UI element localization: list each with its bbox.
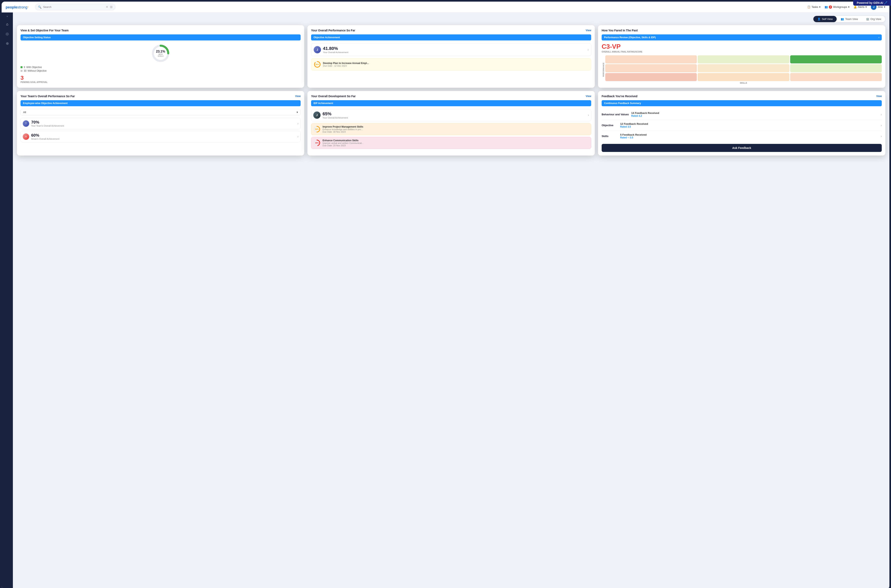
self-view-label: Self View bbox=[822, 18, 832, 21]
matrix-cell-8 bbox=[698, 73, 789, 81]
card5-avatar-inner: J bbox=[313, 111, 321, 119]
card6-row2-category: Objective bbox=[602, 124, 618, 127]
card3-matrix-cells bbox=[605, 56, 882, 81]
org-view-btn[interactable]: 🏢 Org View bbox=[862, 16, 885, 22]
matrix-cell-4 bbox=[605, 64, 697, 72]
card5-skill1-info: Improve Project Management Skills Enhanc… bbox=[322, 125, 363, 133]
card5-skill1-row: 50% Improve Project Management Skills En… bbox=[311, 123, 591, 135]
bell-icon: 🔔 bbox=[854, 5, 857, 9]
sidebar-item-objectives[interactable]: ◎ bbox=[3, 30, 11, 38]
team-view-icon: 👥 bbox=[841, 18, 844, 21]
card4-section-label: Employee-wise Objective Achievement bbox=[23, 102, 68, 105]
team-view-btn[interactable]: 👥 Team View bbox=[837, 16, 862, 22]
card6-row1-detail: 14 Feedback Received Rated 4.2 bbox=[631, 111, 881, 117]
workgroups-badge: 2 bbox=[829, 5, 832, 9]
workgroups-chevron: ▾ bbox=[848, 5, 849, 9]
card6-row2-count: 12 Feedback Received bbox=[620, 122, 881, 125]
sidebar-item-team[interactable]: ⊕ bbox=[3, 39, 11, 48]
card5-percent: 65% bbox=[322, 111, 348, 117]
card6-feedback-row3[interactable]: Skills 5 Feedback Received Rated -- 3.5 … bbox=[602, 131, 882, 141]
card5-title: Your Overall Development So Far View bbox=[311, 94, 591, 98]
card2-avatar-inner: J bbox=[314, 46, 321, 53]
card4-member1-chevron: › bbox=[297, 122, 298, 125]
nav-alerts[interactable]: 🔔 Alerts ▾ bbox=[854, 5, 867, 9]
search-bar[interactable]: 🔍 ✕ ⊞ bbox=[35, 4, 116, 10]
card4-member2-row[interactable]: A 60% Aman's Overall Achievement › bbox=[21, 131, 301, 142]
matrix-cell-6 bbox=[790, 64, 882, 72]
legend-without-count: 30 bbox=[24, 69, 26, 72]
donut-container: 23.1% WITH GOALS bbox=[21, 43, 301, 63]
card5-section-bar: IDP Achievement bbox=[311, 100, 591, 106]
card4-filter[interactable]: All ▾ bbox=[21, 109, 301, 115]
logo-text-regular: people bbox=[6, 5, 17, 9]
nav-workgroups[interactable]: 👥 2 Workgroups ▾ bbox=[825, 5, 849, 9]
card3-review-bar[interactable]: Performance Review (Objective, Skills & … bbox=[602, 34, 882, 40]
card-objectives-set: View & Set Objective For Your Team Objec… bbox=[17, 25, 304, 88]
card2-view-link[interactable]: View bbox=[586, 29, 591, 32]
legend-dot-without bbox=[21, 70, 22, 72]
donut-chart: 23.1% WITH GOALS bbox=[150, 43, 171, 63]
card6-row3-chevron: › bbox=[881, 134, 882, 138]
card4-title-text: Your Team's Overall Performance So Far bbox=[21, 94, 75, 98]
card5-skill1-desc: Enhance knowledge and abilities in pro..… bbox=[322, 128, 363, 130]
legend-without-label: Without Objective bbox=[28, 69, 46, 72]
card3-review-label: Performance Review (Objective, Skills & … bbox=[604, 36, 656, 39]
card4-view-link[interactable]: View bbox=[295, 95, 301, 98]
card1-title-text: View & Set Objective For Your Team bbox=[21, 29, 69, 32]
self-view-btn[interactable]: 👤 Self View bbox=[813, 16, 837, 22]
card6-feedback-row2[interactable]: Objective 12 Feedback Received Rated 3.5… bbox=[602, 120, 882, 131]
card4-member2-info: 60% Aman's Overall Achievement bbox=[31, 133, 59, 140]
card2-user-avatar: J bbox=[314, 46, 321, 53]
card6-title-text: Feedback You've Received bbox=[602, 94, 638, 98]
card1-section-bar: Objective Setting Status bbox=[21, 34, 301, 40]
tasks-chevron: ▾ bbox=[819, 5, 820, 9]
card5-achievement-row[interactable]: J 65% Your Overall Achievement › bbox=[311, 109, 591, 121]
card5-achievement-left: J 65% Your Overall Achievement bbox=[313, 111, 348, 119]
filter-icon[interactable]: ⊞ bbox=[110, 5, 112, 9]
card5-skill1-title: Improve Project Management Skills bbox=[322, 125, 363, 128]
card5-view-link[interactable]: View bbox=[586, 95, 591, 98]
logo-text-bold: strong bbox=[17, 5, 27, 9]
sidebar-expand-btn[interactable]: » bbox=[7, 15, 8, 18]
card6-row2-detail: 12 Feedback Received Rated 3.5 bbox=[620, 122, 881, 128]
card6-feedback-row1[interactable]: Behaviour and Values 14 Feedback Receive… bbox=[602, 109, 882, 120]
ask-feedback-button[interactable]: Ask Feedback bbox=[602, 144, 882, 152]
logo-dot: · bbox=[27, 4, 28, 9]
genai-banner: Powered by GEN-AI 🖊️ bbox=[853, 0, 891, 6]
card5-sub: Your Overall Achievement bbox=[322, 117, 348, 119]
view-toggle-group: 👤 Self View 👥 Team View 🏢 Org View bbox=[813, 16, 885, 22]
alerts-label: Alerts bbox=[858, 5, 864, 9]
tasks-icon: 📋 bbox=[807, 5, 810, 9]
card2-section-label: Objective Achievement bbox=[314, 36, 340, 39]
sidebar-item-home[interactable]: ⌂ bbox=[3, 20, 11, 28]
tasks-label: Tasks bbox=[812, 5, 818, 9]
user-chevron: ▾ bbox=[884, 5, 885, 9]
card5-skill1-date: Due Date: 30 Nov 2023 bbox=[322, 130, 363, 133]
card4-section-bar: Employee-wise Objective Achievement bbox=[21, 100, 301, 106]
card2-title-text: Your Overall Performance So Far bbox=[311, 29, 355, 32]
self-view-icon: 👤 bbox=[818, 18, 820, 21]
card2-goal-title: Develop Plan to Increase Annual Empl... bbox=[323, 62, 369, 64]
card2-goal-item: 86% Develop Plan to Increase Annual Empl… bbox=[311, 58, 591, 70]
matrix-cell-7 bbox=[605, 73, 697, 81]
card2-chevron: › bbox=[588, 48, 589, 51]
nav-tasks[interactable]: 📋 Tasks ▾ bbox=[807, 5, 820, 9]
card6-view-link[interactable]: View bbox=[876, 95, 882, 98]
view-toggle: 👤 Self View 👥 Team View 🏢 Org View bbox=[17, 16, 885, 22]
card3-matrix-label-v: PERFORMANCE bbox=[602, 63, 604, 77]
pending-label: PENDING GOAL APPROVAL bbox=[21, 81, 301, 83]
search-input[interactable] bbox=[43, 5, 104, 9]
card5-section-label: IDP Achievement bbox=[314, 102, 333, 105]
card4-member1-row[interactable]: T 70% Your Team's Overall Achievement › bbox=[21, 118, 301, 129]
workgroups-label: Workgroups bbox=[833, 5, 847, 9]
card2-achievement-item[interactable]: J 41.80% Your Overall Achievement › bbox=[311, 43, 591, 56]
matrix-cell-5 bbox=[698, 64, 789, 72]
card5-skill2-row: 45% Enhance Communication Skills Improve… bbox=[311, 137, 591, 149]
card6-row3-detail: 5 Feedback Received Rated -- 3.5 bbox=[620, 133, 881, 139]
card3-review-chevron: › bbox=[879, 36, 879, 39]
logo: peoplestrong· bbox=[6, 4, 28, 10]
card5-skill2-title: Enhance Communication Skills bbox=[322, 139, 364, 142]
card4-member2-chevron: › bbox=[297, 135, 298, 138]
card6-row1-category: Behaviour and Values bbox=[602, 113, 629, 116]
card5-skill2-date: Due Date: 20 Nov 2023 bbox=[322, 144, 364, 147]
